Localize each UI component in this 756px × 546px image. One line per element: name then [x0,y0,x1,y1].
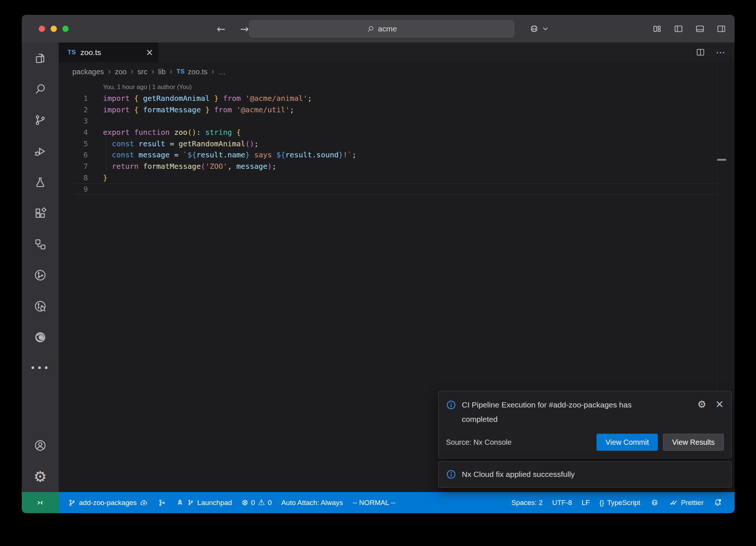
line-number[interactable]: 1 [59,93,88,104]
tab-zoo-ts[interactable]: TS zoo.ts × [59,42,158,62]
activity-edge-devtools[interactable] [22,322,59,353]
code-text[interactable]: return formatMessage('ZOO', message); [88,161,276,172]
code-text[interactable] [88,184,103,195]
indentation-status-item[interactable]: Spaces: 2 [506,492,547,513]
line-number[interactable]: 9 [59,184,88,195]
code-text[interactable]: const message = `${result.name} says ${r… [88,149,357,161]
minimize-window-button[interactable] [51,25,57,32]
search-view-icon [34,82,47,96]
problems-status-item[interactable]: ⊗ 0 ⚠ 0 [237,492,276,513]
activity-more-views[interactable]: ••• [22,353,59,384]
code-line-9[interactable]: 9 [59,184,735,195]
linked-squares-icon [34,238,47,251]
toggle-primary-sidebar-icon[interactable] [673,24,684,34]
circle-branch-search-icon [34,300,47,313]
eol-status-item[interactable]: LF [577,492,595,513]
copilot-menu[interactable] [528,23,548,35]
extensions-icon [34,207,47,220]
breadcrumb-item-zoo.ts[interactable]: TSzoo.ts [176,68,207,76]
branch-status-item[interactable]: add-zoo-packages [63,492,153,513]
activity-gitlens-inspect[interactable] [22,291,59,322]
more-actions-icon[interactable]: ⋯ [716,47,726,58]
activity-run-debug[interactable] [22,136,59,167]
status-bar: add-zoo-packages [22,492,735,513]
close-tab-icon[interactable]: × [146,48,153,57]
launchpad-status-item[interactable]: Launchpad [171,492,237,513]
code-text[interactable] [88,115,103,127]
view-results-button[interactable]: View Results [663,434,724,451]
view-commit-button[interactable]: View Commit [597,434,657,451]
notifications-bell-item[interactable] [708,492,727,513]
activity-custom-view[interactable] [22,229,59,260]
split-editor-icon[interactable] [695,47,705,57]
command-center-search[interactable]: acme [249,20,514,37]
copilot-status-item[interactable] [645,492,664,513]
language-status-item[interactable]: {} TypeScript [595,492,645,513]
breadcrumb-item-src[interactable]: src [138,68,148,76]
code-line-7[interactable]: 7 return formatMessage('ZOO', message); [59,161,735,172]
source-control-branch-icon [34,113,47,127]
notification-close-icon[interactable]: × [715,399,724,409]
activity-explorer[interactable] [22,42,59,74]
notification-message: CI Pipeline Execution for #add-zoo-packa… [462,397,656,426]
code-line-5[interactable]: 5 const result = getRandomAnimal(); [59,138,735,150]
line-number[interactable]: 5 [59,138,88,150]
code-line-2[interactable]: 2import { formatMessage } from '@acme/ut… [59,104,735,116]
publish-cloud-icon [140,498,148,507]
line-number[interactable]: 6 [59,149,88,161]
gitlens-blame-annotation: You, 1 hour ago | 1 author (You) [103,81,735,93]
code-text[interactable]: const result = getRandomAnimal(); [88,138,259,150]
vim-mode-status-item[interactable]: -- NORMAL -- [348,492,400,513]
code-line-1[interactable]: 1import { getRandomAnimal } from '@acme/… [59,93,735,104]
formatter-status-item[interactable]: ✓✓ Prettier [664,492,708,513]
back-icon[interactable]: ← [217,23,225,35]
zoom-window-button[interactable] [62,25,69,32]
line-number[interactable]: 7 [59,161,88,172]
breadcrumb-separator-icon: › [212,67,214,76]
activity-testing[interactable] [22,167,59,198]
close-window-button[interactable] [39,25,45,32]
line-number[interactable]: 2 [59,104,88,116]
settings-button[interactable]: ⚙ [22,461,59,492]
remote-indicator[interactable] [22,492,59,513]
code-line-8[interactable]: 8} [59,172,735,184]
encoding-status-item[interactable]: UTF-8 [547,492,577,513]
breadcrumb-item-packages[interactable]: packages [72,68,104,76]
toggle-secondary-sidebar-icon[interactable] [716,24,726,34]
code-line-4[interactable]: 4export function zoo(): string { [59,127,735,138]
git-graph-status-item[interactable] [153,492,171,513]
accounts-button[interactable] [22,430,59,461]
code-line-6[interactable]: 6 const message = `${result.name} says $… [59,149,735,161]
copilot-icon [528,23,540,35]
activity-source-control[interactable] [22,105,59,136]
layout-controls [652,24,726,34]
activity-search[interactable] [22,74,59,105]
forward-icon[interactable]: → [240,23,248,35]
code-text[interactable]: export function zoo(): string { [88,127,241,138]
code-text[interactable]: import { getRandomAnimal } from '@acme/a… [88,93,312,104]
copilot-icon [650,498,660,508]
auto-attach-label: Auto Attach: Always [281,499,343,507]
breadcrumb-item-zoo[interactable]: zoo [115,68,127,76]
line-number[interactable]: 3 [59,115,88,127]
notification-toast-ci-pipeline: CI Pipeline Execution for #add-zoo-packa… [438,391,732,458]
line-number[interactable]: 4 [59,127,88,138]
toggle-panel-icon[interactable] [695,24,705,34]
double-check-icon: ✓✓ [669,498,678,507]
line-number[interactable]: 8 [59,172,88,184]
code-text[interactable]: } [88,172,107,184]
tab-bar: TS zoo.ts × ⋯ [59,42,735,62]
auto-attach-status-item[interactable]: Auto Attach: Always [276,492,348,513]
code-line-3[interactable]: 3 [59,115,735,127]
customize-layout-icon[interactable] [652,24,662,34]
activity-extensions[interactable] [22,198,59,229]
circle-branch-icon [34,269,47,282]
code-text[interactable]: import { formatMessage } from '@acme/uti… [88,104,294,116]
breadcrumb-separator-icon: › [151,67,154,76]
notification-settings-icon[interactable]: ⚙ [697,399,706,409]
activity-gitlens[interactable] [22,260,59,291]
language-status-icon: {} [599,499,604,507]
more-views-icon: ••• [30,363,50,373]
breadcrumb-symbol-overflow[interactable]: … [218,68,226,76]
breadcrumb-item-lib[interactable]: lib [158,68,166,76]
